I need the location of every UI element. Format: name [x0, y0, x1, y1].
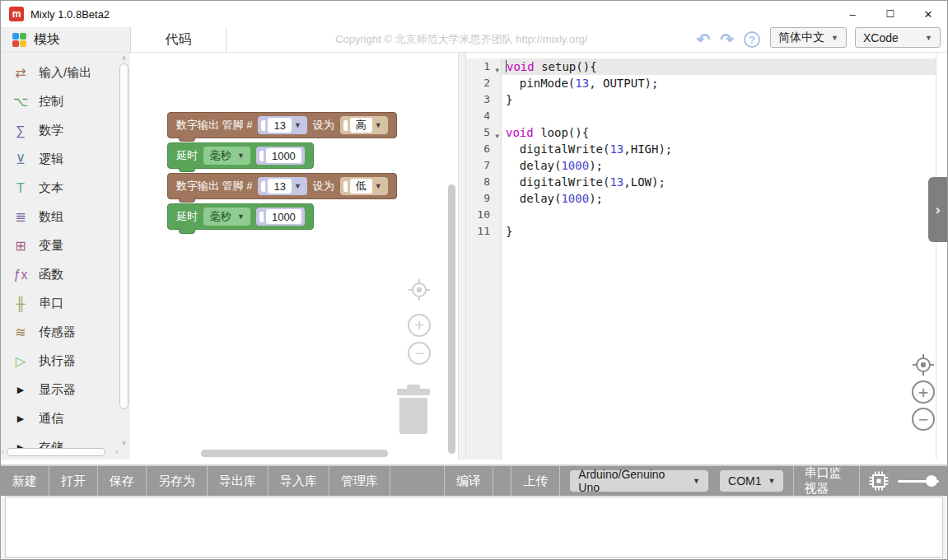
delay-block[interactable]: 延时毫秒▼1000 [167, 203, 314, 230]
chevron-down-icon: ▼ [768, 477, 775, 485]
scrollbar-thumb[interactable] [7, 448, 105, 456]
compile-button[interactable]: 编译 [445, 466, 493, 496]
import-lib-button[interactable]: 导入库 [269, 466, 329, 496]
scroll-down-icon[interactable]: ∨ [119, 439, 129, 446]
zoom-slider[interactable] [898, 480, 939, 483]
manage-lib-button[interactable]: 管理库 [329, 466, 390, 496]
mode-dropdown[interactable]: XCode ▼ [855, 27, 941, 48]
sidebar-horizontal-scrollbar[interactable]: ‹ › [1, 447, 119, 458]
code-zoom-out-button[interactable]: − [912, 408, 935, 431]
input-socket [259, 151, 264, 161]
header-icons: ↶ ↷ ? [697, 27, 761, 52]
unit-dropdown[interactable]: 毫秒▼ [203, 208, 250, 226]
help-icon[interactable]: ? [744, 31, 760, 48]
new-button[interactable]: 新建 [1, 466, 49, 496]
sidebar-item-serial[interactable]: ╫串口 [1, 289, 130, 318]
unit-dropdown[interactable]: 毫秒▼ [203, 147, 250, 165]
board-dropdown[interactable]: Arduino/Genuino Uno ▼ [570, 470, 708, 492]
mixly-logo-icon: m [9, 7, 24, 21]
sidebar-item-logic[interactable]: ⊻逻辑 [1, 145, 130, 174]
code-token: delay( [506, 159, 561, 172]
redo-icon[interactable]: ↷ [720, 31, 734, 48]
code-token: ); [589, 159, 603, 172]
sidebar-item-variable[interactable]: ⊞变量 [1, 231, 130, 260]
serial-monitor-button[interactable]: 串口监视器 [793, 466, 860, 496]
sidebar-item-function[interactable]: ƒx函数 [1, 260, 130, 289]
code-center-button[interactable] [912, 353, 935, 376]
sidebar-item-io[interactable]: ⇄输入/输出 [1, 58, 130, 87]
sidebar-vertical-scrollbar[interactable]: ∧ ∨ [119, 54, 129, 446]
pin-dropdown[interactable]: 13▼ [258, 177, 306, 195]
sidebar-item-display[interactable]: ▶显示器 [1, 376, 130, 404]
workspace-horizontal-scrollbar[interactable] [201, 450, 388, 457]
code-zoom-in-button[interactable]: + [912, 380, 935, 404]
sidebar-item-array[interactable]: ≣数组 [1, 203, 130, 231]
center-blocks-button[interactable] [408, 278, 431, 301]
splitter[interactable] [458, 53, 466, 460]
code-token: void [507, 60, 535, 73]
pin-dropdown[interactable]: 13▼ [258, 116, 306, 134]
zoom-out-button[interactable]: − [408, 342, 431, 365]
sidebar-item-math[interactable]: ∑数学 [1, 116, 130, 145]
sidebar-item-text[interactable]: T文本 [1, 174, 130, 203]
sidebar-item-comm[interactable]: ▶通信 [1, 404, 130, 433]
blockly-workspace[interactable]: 数字输出 管脚 #13▼设为高▼延时毫秒▼1000数字输出 管脚 #13▼设为低… [130, 53, 458, 460]
scroll-up-icon[interactable]: ∧ [119, 54, 129, 62]
chip-icon[interactable] [868, 470, 890, 492]
open-button[interactable]: 打开 [49, 466, 98, 496]
code-line: pinMode(13, OUTPUT); [502, 75, 947, 91]
block-label: 设为 [313, 179, 334, 194]
trash-icon[interactable] [395, 384, 432, 435]
chevron-down-icon: ▼ [693, 477, 700, 485]
code-line: } [502, 223, 947, 240]
digital-write-block[interactable]: 数字输出 管脚 #13▼设为高▼ [167, 112, 397, 138]
puzzle-icon [12, 33, 26, 47]
sidebar-item-actuator[interactable]: ▷执行器 [1, 347, 130, 376]
code-token: loop(){ [534, 126, 589, 139]
window-controls: – ☐ ✕ [834, 1, 947, 27]
maximize-button[interactable]: ☐ [871, 1, 909, 27]
delay-value-input[interactable]: 1000 [256, 208, 305, 226]
export-lib-button[interactable]: 导出库 [208, 466, 269, 496]
level-dropdown[interactable]: 低▼ [340, 177, 388, 195]
scroll-left-icon[interactable]: ‹ [2, 448, 4, 456]
console-area [1, 496, 947, 560]
undo-icon[interactable]: ↶ [697, 31, 711, 48]
text-icon: T [12, 182, 30, 195]
tab-code[interactable]: 代码 [130, 27, 226, 52]
console-output[interactable] [5, 497, 943, 558]
digital-write-block[interactable]: 数字输出 管脚 #13▼设为低▼ [167, 173, 397, 199]
minus-icon: − [918, 411, 928, 427]
delay-block[interactable]: 延时毫秒▼1000 [167, 142, 314, 169]
slider-thumb[interactable] [926, 475, 937, 487]
code-panel[interactable]: 1▼2345▼67891011 void setup(){ pinMode(13… [466, 53, 947, 460]
language-dropdown[interactable]: 简体中文 ▼ [770, 27, 847, 48]
collapse-panel-button[interactable]: › [928, 177, 947, 242]
scrollbar-thumb[interactable] [119, 63, 128, 409]
minimize-button[interactable]: – [834, 1, 871, 27]
close-button[interactable]: ✕ [909, 1, 947, 27]
scroll-right-icon[interactable]: › [115, 448, 118, 456]
code-editor[interactable]: void setup(){ pinMode(13, OUTPUT);}void … [502, 58, 947, 460]
code-scrollbar-track[interactable] [936, 53, 947, 460]
code-token: ,HIGH); [623, 142, 672, 156]
mixly-window: m Mixly 1.0.8Beta2 – ☐ ✕ 模块 代码 Copyright… [0, 0, 948, 560]
chevron-right-icon: › [933, 202, 941, 218]
line-number: 2 [466, 75, 501, 91]
delay-value-input[interactable]: 1000 [256, 147, 305, 165]
code-token: setup(){ [535, 60, 597, 73]
workspace-vertical-scrollbar[interactable] [448, 184, 455, 454]
tab-modules[interactable]: 模块 [1, 27, 130, 52]
minus-icon: − [414, 344, 424, 363]
sidebar-item-control[interactable]: ⌥控制 [1, 87, 130, 116]
port-dropdown[interactable]: COM1 ▼ [720, 470, 783, 492]
field-value: 1000 [266, 148, 301, 163]
sidebar-item-sensor[interactable]: ≋传感器 [1, 318, 130, 347]
zoom-in-button[interactable]: + [408, 314, 431, 337]
level-dropdown[interactable]: 高▼ [340, 116, 388, 134]
save-as-button[interactable]: 另存为 [147, 466, 208, 496]
logic-icon: ⊻ [12, 153, 30, 166]
category-list: ⇄输入/输出⌥控制∑数学⊻逻辑T文本≣数组⊞变量ƒx函数╫串口≋传感器▷执行器▶… [1, 53, 130, 460]
upload-button[interactable]: 上传 [511, 466, 560, 496]
save-button[interactable]: 保存 [98, 466, 147, 496]
